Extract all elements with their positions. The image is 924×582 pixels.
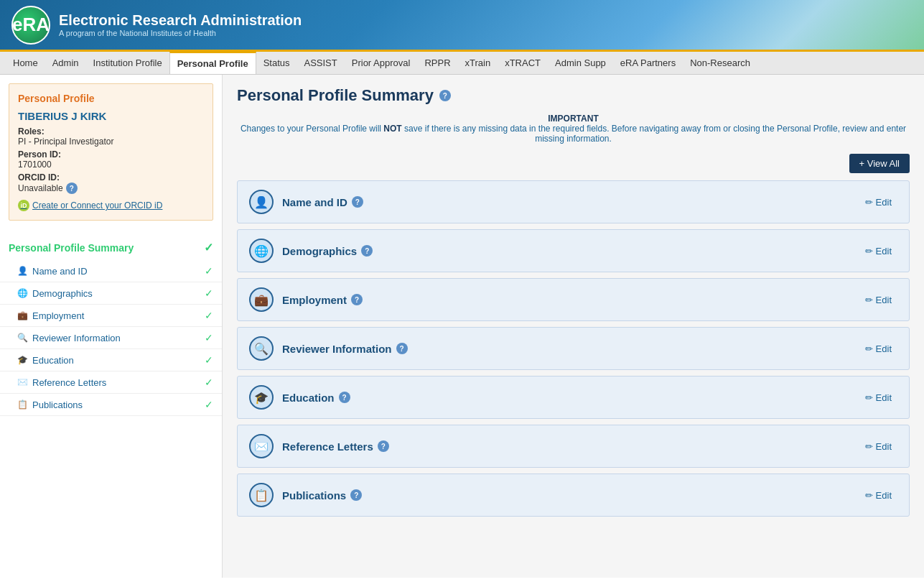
roles-value: PI - Principal Investigator xyxy=(18,137,204,147)
reference-letters-section-title: Reference Letters xyxy=(282,440,373,453)
reference-letters-help-icon[interactable]: ? xyxy=(378,440,389,452)
nav-xtrain[interactable]: xTrain xyxy=(458,52,498,74)
sidebar-name-id-label: Name and ID xyxy=(32,266,88,277)
sidebar-item-name-and-id[interactable]: 👤 Name and ID ✓ xyxy=(0,260,222,282)
employment-check-icon: ✓ xyxy=(205,310,213,321)
section-employment: 💼 Employment ? ✏ Edit xyxy=(237,278,910,321)
education-edit-button[interactable]: ✏ Edit xyxy=(859,389,897,406)
section-name-and-id: 👤 Name and ID ? ✏ Edit xyxy=(237,180,910,223)
app-title: Electronic Research Administration xyxy=(59,12,302,29)
employment-pencil-icon: ✏ xyxy=(865,295,873,305)
publications-check-icon: ✓ xyxy=(205,399,213,410)
important-box: IMPORTANT Changes to your Personal Profi… xyxy=(237,114,910,144)
reviewer-edit-button[interactable]: ✏ Edit xyxy=(859,341,897,357)
sidebar-item-demographics[interactable]: 🌐 Demographics ✓ xyxy=(0,282,222,305)
right-panel: Personal Profile Summary ? IMPORTANT Cha… xyxy=(223,75,924,578)
sidebar-publications-label: Publications xyxy=(32,399,83,410)
nav-institution-profile[interactable]: Institution Profile xyxy=(86,52,169,74)
sidebar-item-education[interactable]: 🎓 Education ✓ xyxy=(0,349,222,371)
orcid-value-row: Unavailable ? xyxy=(18,183,204,194)
nav-non-research[interactable]: Non-Research xyxy=(683,52,757,74)
page-title-help-icon[interactable]: ? xyxy=(439,90,451,101)
sidebar-profile-title: Personal Profile xyxy=(18,93,204,104)
section-reference-letters: ✉️ Reference Letters ? ✏ Edit xyxy=(237,425,910,468)
reviewer-help-icon[interactable]: ? xyxy=(396,343,408,354)
publications-icon: 📋 xyxy=(17,399,28,410)
publications-help-icon[interactable]: ? xyxy=(350,489,362,501)
nav-prior-approval[interactable]: Prior Approval xyxy=(345,52,418,74)
demographics-icon: 🌐 xyxy=(17,288,28,298)
nav-personal-profile[interactable]: Personal Profile xyxy=(169,52,256,74)
person-id-value: 1701000 xyxy=(18,160,204,170)
sidebar-nav: Personal Profile Summary ✓ 👤 Name and ID… xyxy=(0,229,222,422)
demographics-edit-button[interactable]: ✏ Edit xyxy=(859,243,897,259)
demographics-pencil-icon: ✏ xyxy=(865,246,873,257)
employment-help-icon[interactable]: ? xyxy=(351,294,363,305)
sidebar: Personal Profile TIBERIUS J KIRK Roles: … xyxy=(0,75,223,578)
orcid-value: Unavailable xyxy=(18,183,63,193)
publications-section-icon: 📋 xyxy=(249,483,274,507)
sidebar-reviewer-label: Reviewer Information xyxy=(32,333,121,343)
publications-edit-button[interactable]: ✏ Edit xyxy=(859,487,897,504)
employment-icon: 💼 xyxy=(17,310,28,320)
sidebar-demographics-label: Demographics xyxy=(32,288,93,299)
nav-xtract[interactable]: xTRACT xyxy=(498,52,548,74)
employment-section-title: Employment xyxy=(282,294,347,306)
education-help-icon[interactable]: ? xyxy=(339,392,350,403)
orcid-link-text: Create or Connect your ORCID iD xyxy=(32,200,162,211)
section-education: 🎓 Education ? ✏ Edit xyxy=(237,376,910,419)
nav-assist[interactable]: ASSIST xyxy=(297,52,345,74)
orcid-label: ORCID ID: xyxy=(18,172,204,183)
name-id-edit-button[interactable]: ✏ Edit xyxy=(859,194,897,211)
education-check-icon: ✓ xyxy=(205,354,213,366)
nav-admin[interactable]: Admin xyxy=(45,52,86,74)
nav-home[interactable]: Home xyxy=(6,52,45,74)
sidebar-reference-letters-label: Reference Letters xyxy=(32,377,106,388)
orcid-link[interactable]: iD Create or Connect your ORCID iD xyxy=(18,200,204,211)
main-content: Personal Profile TIBERIUS J KIRK Roles: … xyxy=(0,75,924,578)
reference-letters-check-icon: ✓ xyxy=(205,377,213,388)
pencil-icon: ✏ xyxy=(865,197,873,208)
page-title: Personal Profile Summary ? xyxy=(237,86,910,105)
reviewer-pencil-icon: ✏ xyxy=(865,343,873,354)
header: eRA Electronic Research Administration A… xyxy=(0,0,924,52)
orcid-help-icon[interactable]: ? xyxy=(66,183,78,194)
publications-pencil-icon: ✏ xyxy=(865,490,873,501)
profile-box: Personal Profile TIBERIUS J KIRK Roles: … xyxy=(9,83,213,221)
name-id-help-icon[interactable]: ? xyxy=(352,196,363,208)
education-pencil-icon: ✏ xyxy=(865,392,873,403)
reviewer-section-icon: 🔍 xyxy=(249,336,274,361)
name-id-section-title: Name and ID xyxy=(282,196,347,208)
nav-admin-supp[interactable]: Admin Supp xyxy=(548,52,613,74)
name-id-section-icon: 👤 xyxy=(249,190,274,214)
roles-label: Roles: xyxy=(18,126,204,137)
education-section-icon: 🎓 xyxy=(249,385,274,410)
education-icon: 🎓 xyxy=(17,355,28,365)
reference-letters-section-icon: ✉️ xyxy=(249,434,274,458)
important-text: Changes to your Personal Profile will NO… xyxy=(237,124,910,144)
publications-section-title: Publications xyxy=(282,489,346,502)
nav-era-partners[interactable]: eRA Partners xyxy=(613,52,683,74)
sidebar-item-reviewer-info[interactable]: 🔍 Reviewer Information ✓ xyxy=(0,327,222,349)
nav-status[interactable]: Status xyxy=(256,52,297,74)
reference-letters-edit-button[interactable]: ✏ Edit xyxy=(859,438,897,455)
sidebar-item-reference-letters[interactable]: ✉️ Reference Letters ✓ xyxy=(0,371,222,394)
sidebar-item-publications[interactable]: 📋 Publications ✓ xyxy=(0,394,222,416)
reference-letters-icon: ✉️ xyxy=(17,377,28,387)
demographics-check-icon: ✓ xyxy=(205,287,213,299)
view-all-button[interactable]: + View All xyxy=(849,154,910,173)
user-name: TIBERIUS J KIRK xyxy=(18,110,204,122)
nav-rppr[interactable]: RPPR xyxy=(417,52,457,74)
section-publications: 📋 Publications ? ✏ Edit xyxy=(237,474,910,517)
sidebar-item-employment[interactable]: 💼 Employment ✓ xyxy=(0,305,222,327)
demographics-help-icon[interactable]: ? xyxy=(361,245,373,257)
section-demographics: 🌐 Demographics ? ✏ Edit xyxy=(237,229,910,272)
employment-section-icon: 💼 xyxy=(249,287,274,312)
sidebar-nav-header[interactable]: Personal Profile Summary ✓ xyxy=(0,235,222,260)
important-label: IMPORTANT xyxy=(237,114,910,124)
sidebar-nav-header-label: Personal Profile Summary xyxy=(9,242,134,254)
app-subtitle: A program of the National Institutes of … xyxy=(59,29,302,37)
education-section-title: Education xyxy=(282,392,335,404)
demographics-section-icon: 🌐 xyxy=(249,239,274,263)
employment-edit-button[interactable]: ✏ Edit xyxy=(859,292,897,308)
